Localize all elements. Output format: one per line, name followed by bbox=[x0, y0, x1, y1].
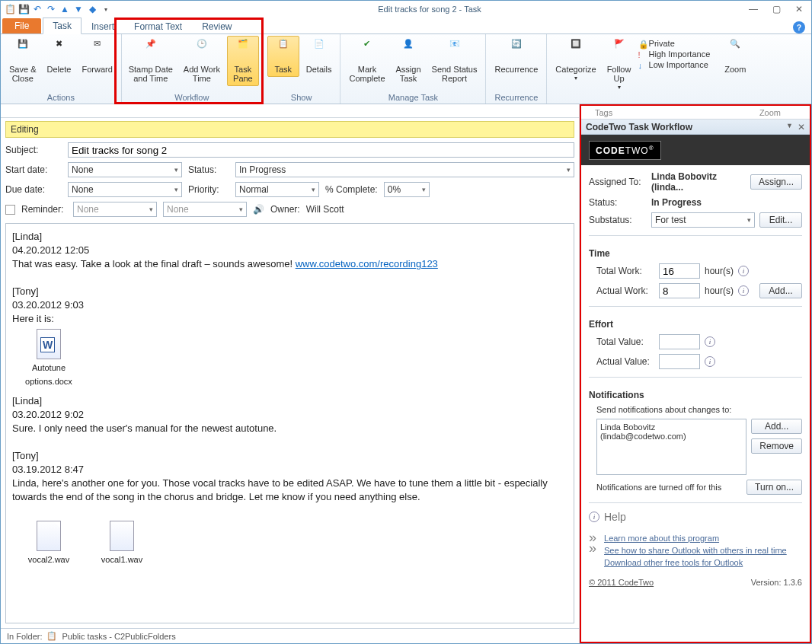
quick-access-toolbar: 📋 💾 ↶ ↷ ▲ ▼ ◆ ▾ bbox=[4, 3, 112, 15]
high-importance-toggle[interactable]: !High Importance bbox=[638, 49, 711, 59]
tab-insert[interactable]: Insert bbox=[82, 18, 124, 34]
add-recipient-button[interactable]: Add... bbox=[751, 419, 802, 434]
actual-value-input[interactable] bbox=[659, 354, 700, 369]
attachment-vocal2[interactable]: vocal2.wav bbox=[18, 521, 79, 566]
delete-button[interactable]: ✖Delete bbox=[43, 36, 75, 77]
total-value-label: Total Value: bbox=[596, 336, 654, 347]
app-window: 📋 💾 ↶ ↷ ▲ ▼ ◆ ▾ Edit tracks for song 2 -… bbox=[0, 0, 812, 644]
diamond-icon[interactable]: ◆ bbox=[86, 3, 98, 15]
generic-file-icon bbox=[37, 521, 61, 551]
categorize-button[interactable]: 🔲Categorize▾ bbox=[551, 36, 599, 86]
pane-dropdown-icon[interactable]: ▼ bbox=[786, 122, 793, 132]
pane-close-icon[interactable]: ✕ bbox=[798, 122, 805, 132]
show-task-button[interactable]: 📋Task bbox=[267, 36, 299, 77]
percent-complete-spinner[interactable]: 0% bbox=[384, 182, 430, 197]
folder-label: In Folder: bbox=[7, 632, 42, 641]
recording-link[interactable]: www.codetwo.com/recording123 bbox=[296, 258, 438, 269]
info-icon[interactable]: i bbox=[738, 285, 749, 296]
info-icon[interactable]: i bbox=[738, 266, 749, 276]
ribbon-group-workflow: 📌Stamp Date and Time 🕒Add Work Time 🗂️Ta… bbox=[122, 34, 263, 104]
info-icon[interactable]: i bbox=[705, 356, 715, 367]
ribbon-group-actions: 💾Save & Close ✖Delete ✉Forward Actions bbox=[1, 34, 122, 104]
assign-button[interactable]: Assign... bbox=[750, 174, 802, 190]
actual-work-label: Actual Work: bbox=[596, 285, 654, 296]
undo-icon[interactable]: ↶ bbox=[31, 3, 43, 15]
ribbon-group-zoom: 🔍Zoom bbox=[714, 34, 756, 104]
prev-item-icon[interactable]: ▲ bbox=[59, 3, 71, 15]
total-work-label: Total Work: bbox=[596, 266, 654, 276]
zoom-button[interactable]: 🔍Zoom bbox=[719, 36, 751, 77]
help-link-free-tools[interactable]: Download other free tools for Outlook bbox=[604, 556, 787, 569]
show-details-button[interactable]: 📄Details bbox=[302, 36, 336, 77]
help-icon[interactable]: ? bbox=[793, 21, 805, 33]
recurrence-button[interactable]: 🔄Recurrence bbox=[491, 36, 542, 77]
save-icon[interactable]: 💾 bbox=[18, 3, 30, 15]
help-link-learn-more[interactable]: Learn more about this program bbox=[604, 532, 787, 544]
minimize-button[interactable]: — bbox=[747, 3, 759, 15]
status-bar: In Folder: 📋 Public tasks - C2PublicFold… bbox=[1, 628, 579, 643]
add-work-time-button[interactable]: 🕒Add Work Time bbox=[180, 36, 224, 86]
priority-dropdown[interactable]: Normal bbox=[235, 182, 319, 197]
file-tab[interactable]: File bbox=[2, 18, 41, 33]
forward-button[interactable]: ✉Forward bbox=[78, 36, 116, 77]
tab-review[interactable]: Review bbox=[192, 18, 241, 34]
turn-on-button[interactable]: Turn on... bbox=[746, 480, 802, 495]
due-date-dropdown[interactable]: None bbox=[68, 182, 182, 197]
stamp-icon: 📌 bbox=[139, 39, 163, 63]
qat-more-icon[interactable]: ▾ bbox=[100, 3, 112, 15]
clock-plus-icon: 🕒 bbox=[190, 39, 214, 63]
low-importance-toggle[interactable]: ↓Low Importance bbox=[638, 60, 711, 69]
task-pane-button[interactable]: 🗂️Task Pane bbox=[227, 36, 259, 86]
send-status-report-button[interactable]: 📧Send Status Report bbox=[428, 36, 481, 86]
flag-icon: 🚩 bbox=[607, 39, 631, 63]
total-work-input[interactable] bbox=[659, 263, 700, 279]
assign-task-button[interactable]: 👤Assign Task bbox=[392, 36, 425, 86]
task-body-editor[interactable]: [Linda] 04.20.2012 12:05 That was easy. … bbox=[5, 223, 574, 623]
subject-label: Subject: bbox=[5, 145, 62, 155]
private-toggle[interactable]: 🔒Private bbox=[638, 39, 711, 48]
add-work-button[interactable]: Add... bbox=[759, 283, 802, 298]
note-block-1: [Linda] 04.20.2012 12:05 That was easy. … bbox=[12, 230, 567, 271]
substatus-dropdown[interactable]: For test bbox=[651, 212, 755, 228]
close-button[interactable]: ✕ bbox=[793, 3, 805, 15]
edit-substatus-button[interactable]: Edit... bbox=[759, 212, 802, 228]
hidden-group-labels bbox=[1, 104, 579, 118]
hours-label: hour(s) bbox=[705, 285, 734, 296]
maximize-button[interactable]: ▢ bbox=[770, 3, 782, 15]
next-item-icon[interactable]: ▼ bbox=[72, 3, 85, 15]
notification-recipients-list[interactable]: Linda Bobovitz (lindab@codetwo.com) bbox=[596, 419, 746, 475]
folder-path: Public tasks - C2PublicFolders bbox=[62, 632, 175, 641]
mark-complete-button[interactable]: ✔Mark Complete bbox=[345, 36, 388, 86]
copyright-link[interactable]: © 2011 CodeTwo bbox=[589, 578, 654, 587]
start-date-dropdown[interactable]: None bbox=[68, 162, 182, 177]
reminder-date-dropdown[interactable]: None bbox=[73, 202, 157, 217]
redo-icon[interactable]: ↷ bbox=[45, 3, 57, 15]
assign-icon: 👤 bbox=[396, 39, 420, 63]
pane-status-value: In Progress bbox=[651, 197, 802, 208]
remove-recipient-button[interactable]: Remove bbox=[751, 438, 802, 454]
info-icon[interactable]: i bbox=[705, 336, 715, 347]
tab-task[interactable]: Task bbox=[43, 18, 82, 34]
save-close-icon: 💾 bbox=[11, 39, 35, 63]
tab-format-text[interactable]: Format Text bbox=[124, 18, 192, 34]
sound-icon[interactable]: 🔊 bbox=[253, 204, 264, 215]
notif-subtitle: Send notifications about changes to: bbox=[589, 405, 802, 414]
window-buttons: — ▢ ✕ bbox=[747, 3, 808, 15]
substatus-label: Substatus: bbox=[589, 215, 647, 225]
ribbon-group-manage-task: ✔Mark Complete 👤Assign Task 📧Send Status… bbox=[340, 34, 486, 104]
attachment-docx[interactable]: Autotune options.docx bbox=[18, 329, 79, 388]
reminder-checkbox[interactable] bbox=[5, 205, 15, 215]
reminder-time-dropdown[interactable]: None bbox=[163, 202, 247, 217]
stamp-date-time-button[interactable]: 📌Stamp Date and Time bbox=[125, 36, 177, 86]
owner-label: Owner: bbox=[270, 204, 300, 215]
save-close-button[interactable]: 💾Save & Close bbox=[5, 36, 40, 86]
actual-work-input[interactable] bbox=[659, 283, 700, 298]
total-value-input[interactable] bbox=[659, 334, 700, 349]
help-link-share-outlook[interactable]: See how to share Outlook with others in … bbox=[604, 544, 787, 556]
subject-input[interactable] bbox=[68, 142, 574, 158]
delete-icon: ✖ bbox=[46, 39, 71, 63]
attachment-vocal1[interactable]: vocal1.wav bbox=[91, 521, 152, 566]
status-dropdown[interactable]: In Progress bbox=[235, 162, 574, 177]
follow-up-button[interactable]: 🚩Follow Up▾ bbox=[603, 36, 635, 95]
word-file-icon bbox=[37, 329, 61, 359]
